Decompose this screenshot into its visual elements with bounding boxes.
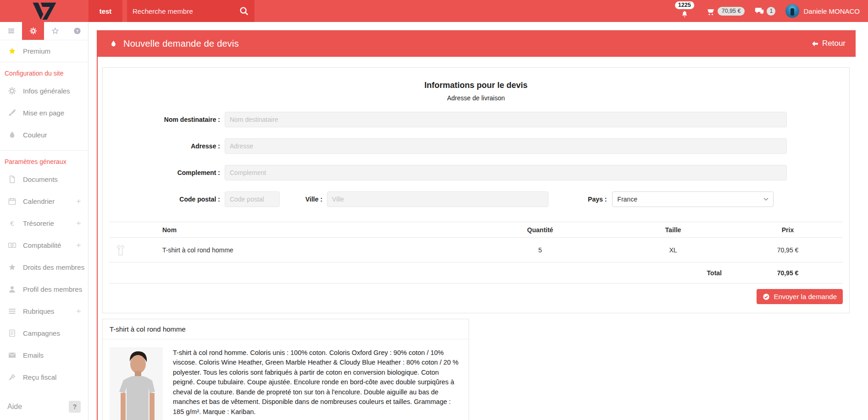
user-menu[interactable]: Daniele MONACO xyxy=(785,4,860,18)
page-icon xyxy=(8,329,17,338)
sidebar: ? Premium Configuration du siteInfos gén… xyxy=(0,22,88,420)
sidebar-item-campagnes[interactable]: Campagnes xyxy=(0,322,88,344)
site-tab[interactable]: test xyxy=(88,0,122,22)
star-outline-icon xyxy=(51,27,59,35)
column-header-quantity: Quantité xyxy=(467,226,614,234)
sidebar-item-emails[interactable]: Emails xyxy=(0,344,88,366)
table-total-row: Total 70,95 € xyxy=(109,262,843,284)
country-select[interactable]: France xyxy=(612,191,774,207)
back-button[interactable]: Retour xyxy=(811,39,846,48)
menu-icon xyxy=(8,307,17,316)
sidebar-item-label: Couleur xyxy=(23,131,47,139)
app-logo[interactable] xyxy=(0,0,88,22)
product-card: T-shirt à col rond homme xyxy=(102,319,469,420)
help-icon[interactable]: ? xyxy=(69,401,81,413)
bell-icon xyxy=(680,10,688,18)
notifications-button[interactable]: 1225 xyxy=(674,0,695,22)
country-select-wrap: France xyxy=(612,191,774,207)
sidebar-item-label: Calendrier xyxy=(23,197,55,205)
messages-count-badge: 1 xyxy=(767,7,775,16)
sidebar-item-documents[interactable]: Documents xyxy=(0,168,88,190)
table-row: T-shirt à col rond homme5XL70,95 € xyxy=(109,238,843,262)
gavel-icon xyxy=(8,373,17,382)
total-label: Total xyxy=(614,269,733,277)
form-row: Code postal : Ville : Pays : France xyxy=(109,191,843,207)
sidebar-item-label: Droits des membres xyxy=(23,263,84,271)
sidebar-section-title: Configuration du site xyxy=(0,62,88,80)
sidebar-tabs: ? xyxy=(0,22,88,40)
city-input[interactable] xyxy=(327,191,548,207)
recipient-label: Nom destinataire : xyxy=(109,116,220,123)
sidebar-item-rubriques[interactable]: Rubriques xyxy=(0,300,88,322)
form-row: Adresse : xyxy=(109,138,843,154)
postal-code-label: Code postal : xyxy=(109,196,220,203)
column-header-size: Taille xyxy=(614,226,733,234)
cart-button[interactable]: 70,95 € xyxy=(705,6,745,16)
gear-icon xyxy=(8,87,17,95)
sidebar-tab-1[interactable] xyxy=(0,22,22,40)
complement-input[interactable] xyxy=(225,165,787,180)
check-circle-icon xyxy=(763,293,770,300)
quote-form-card: Informations pour le devis Adresse de li… xyxy=(102,67,850,313)
user-icon xyxy=(8,285,17,294)
help-label: Aide xyxy=(7,403,69,411)
messages-button[interactable]: 1 xyxy=(755,6,775,16)
plus-icon[interactable] xyxy=(76,220,82,226)
form-row: Nom destinataire : xyxy=(109,112,843,127)
address-input[interactable] xyxy=(225,138,787,154)
column-header-name: Nom xyxy=(160,226,467,234)
avatar xyxy=(785,4,799,18)
brand-logo-icon xyxy=(30,2,59,20)
sidebar-item-label: Trésorerie xyxy=(23,219,54,227)
form-title: Informations pour le devis xyxy=(109,81,843,90)
postal-code-input[interactable] xyxy=(225,191,280,207)
sidebar-item-label: Emails xyxy=(23,351,44,359)
sidebar-item-premium[interactable]: Premium xyxy=(0,40,88,62)
user-name: Daniele MONACO xyxy=(803,7,860,15)
page-header: Nouvelle demande de devis Retour xyxy=(98,30,856,57)
help-icon: ? xyxy=(73,27,81,35)
page-title: Nouvelle demande de devis xyxy=(123,38,811,49)
calendar-icon xyxy=(8,197,17,206)
search-icon[interactable] xyxy=(239,6,249,16)
sidebar-item-calendrier[interactable]: Calendrier xyxy=(0,190,88,212)
column-header-price: Prix xyxy=(733,226,843,234)
menu-icon xyxy=(7,27,15,35)
send-request-button[interactable]: Envoyer la demande xyxy=(757,289,843,304)
sidebar-item-label: Infos générales xyxy=(23,87,70,95)
sidebar-tab-3[interactable] xyxy=(44,22,66,40)
recipient-input[interactable] xyxy=(225,112,787,127)
city-label: Ville : xyxy=(305,196,322,203)
sidebar-item-couleur[interactable]: Couleur xyxy=(0,124,88,146)
sidebar-item-re-u-fiscal[interactable]: Reçu fiscal xyxy=(0,366,88,388)
sidebar-item-mise-en-page[interactable]: Mise en page xyxy=(0,102,88,124)
order-table: Nom Quantité Taille Prix T-shirt à col r… xyxy=(109,222,843,284)
plus-icon[interactable] xyxy=(76,308,82,314)
search-input[interactable] xyxy=(133,7,239,15)
product-card-title: T-shirt à col rond homme xyxy=(103,319,469,339)
row-product-name: T-shirt à col rond homme xyxy=(160,246,467,254)
sidebar-item-profil-des-membres[interactable]: Profil des membres xyxy=(0,278,88,300)
complement-label: Complement : xyxy=(109,169,220,176)
sidebar-item-comptabilit[interactable]: Comptabilité xyxy=(0,234,88,256)
notification-count-badge: 1225 xyxy=(675,1,694,9)
sidebar-menu: Configuration du siteInfos généralesMise… xyxy=(0,62,88,388)
plus-icon[interactable] xyxy=(76,198,82,204)
table-header-row: Nom Quantité Taille Prix xyxy=(109,222,843,238)
total-value: 70,95 € xyxy=(733,269,843,277)
droplet-icon xyxy=(8,131,17,139)
form-subtitle: Adresse de livraison xyxy=(109,94,843,102)
sidebar-item-infos-g-n-rales[interactable]: Infos générales xyxy=(0,80,88,102)
row-quantity: 5 xyxy=(467,246,614,254)
content-wrapper: Nouvelle demande de devis Retour Informa… xyxy=(97,30,856,420)
sidebar-tab-2[interactable] xyxy=(22,22,44,40)
member-search xyxy=(127,0,254,22)
sidebar-item-label: Profil des membres xyxy=(23,285,82,293)
plus-icon[interactable] xyxy=(76,242,82,248)
brush-icon xyxy=(8,109,17,117)
sidebar-tab-4[interactable]: ? xyxy=(66,22,88,40)
sidebar-item-tr-sorerie[interactable]: €Trésorerie xyxy=(0,212,88,234)
sidebar-help-row: Aide ? xyxy=(0,393,88,420)
sidebar-item-droits-des-membres[interactable]: Droits des membres xyxy=(0,256,88,278)
sidebar-item-label: Reçu fiscal xyxy=(23,373,56,381)
